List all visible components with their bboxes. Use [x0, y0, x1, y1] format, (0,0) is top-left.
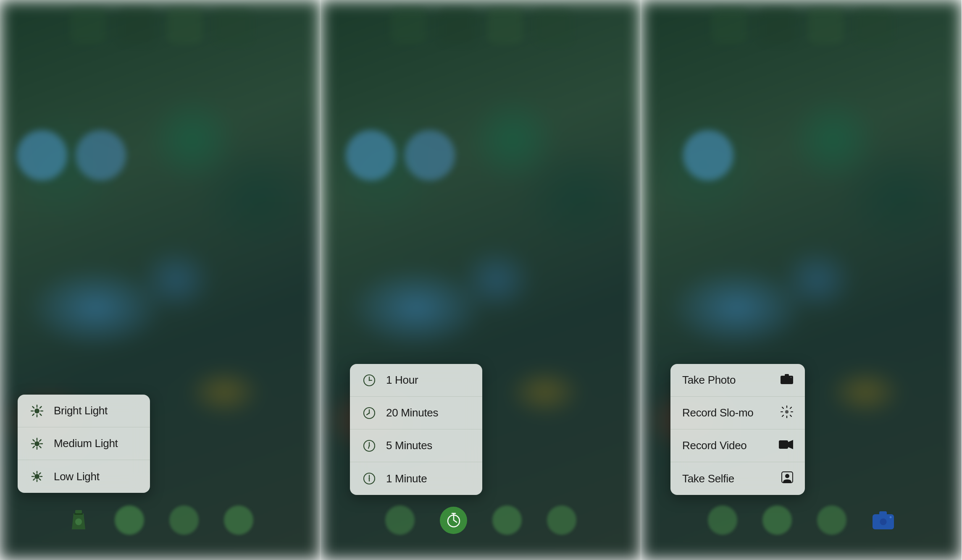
1-hour-item[interactable]: 1 Hour: [350, 364, 482, 397]
5-min-label: 5 Minutes: [386, 439, 432, 452]
svg-point-45: [369, 478, 370, 479]
svg-point-55: [791, 377, 792, 378]
bg-app-icon: [856, 8, 892, 44]
svg-point-65: [785, 410, 789, 413]
svg-rect-66: [779, 440, 788, 449]
svg-line-61: [782, 407, 783, 408]
svg-line-24: [39, 479, 41, 480]
record-video-label: Record Video: [682, 439, 746, 452]
dock-placeholder-1: [708, 505, 737, 535]
bg-app-icon: [167, 8, 202, 44]
low-light-label: Low Light: [54, 470, 100, 483]
panel3-blue-circle: [683, 130, 733, 181]
medium-light-icon: [29, 436, 45, 451]
record-video-item[interactable]: Record Video: [670, 429, 805, 462]
flashlight-dock-icon[interactable]: [68, 509, 89, 531]
record-slomo-item[interactable]: Record Slo-mo: [670, 397, 805, 429]
timer-dock-icon[interactable]: [440, 507, 467, 534]
timer-panel: 1 Hour 20 Minutes: [321, 0, 641, 560]
selfie-icon-right: [781, 471, 793, 486]
20-min-label: 20 Minutes: [386, 406, 438, 419]
panel1-dock: [0, 505, 321, 535]
bg-app-icon: [439, 8, 475, 44]
dock-placeholder-1: [385, 505, 415, 535]
bg-app-icon: [536, 8, 571, 44]
medium-light-label: Medium Light: [54, 437, 118, 450]
svg-point-53: [785, 378, 789, 382]
svg-point-72: [880, 518, 887, 525]
bg-app-icon: [391, 8, 426, 44]
1-min-icon: [362, 471, 377, 486]
svg-line-48: [454, 520, 457, 522]
bg-app-icon: [215, 8, 251, 44]
camera-dock-icon[interactable]: [872, 510, 895, 530]
svg-line-17: [33, 446, 35, 448]
record-slomo-label: Record Slo-mo: [682, 406, 754, 419]
svg-point-74: [890, 516, 892, 518]
panel2-blue-circles: [346, 130, 455, 181]
take-photo-item[interactable]: Take Photo: [670, 364, 805, 397]
take-photo-label: Take Photo: [682, 374, 736, 387]
bright-light-left: Bright Light: [29, 403, 108, 419]
20-min-icon: [362, 406, 377, 421]
record-video-left: Record Video: [682, 439, 746, 452]
bg-app-icons-top: [0, 8, 321, 44]
slomo-icon-right: [781, 406, 793, 421]
svg-line-7: [40, 406, 42, 408]
1-minute-item[interactable]: 1 Minute: [350, 462, 482, 495]
dock-placeholder-1: [115, 505, 144, 535]
1-hour-label: 1 Hour: [386, 374, 418, 387]
take-selfie-left: Take Selfie: [682, 472, 734, 485]
1-min-left: 1 Minute: [362, 471, 427, 486]
svg-line-26: [34, 479, 35, 480]
bright-light-icon: [29, 403, 45, 419]
dock-placeholder-3: [547, 505, 576, 535]
low-light-left: Low Light: [29, 469, 100, 484]
flashlight-panel: Bright Light: [0, 0, 321, 560]
bg-app-icon: [760, 8, 795, 44]
1-min-label: 1 Minute: [386, 472, 427, 485]
low-light-item[interactable]: Low Light: [18, 460, 150, 493]
svg-point-9: [34, 441, 39, 446]
1-hour-left: 1 Hour: [362, 373, 418, 388]
svg-point-18: [34, 474, 39, 479]
svg-line-62: [790, 415, 791, 416]
panel2-bg-icons: [321, 8, 641, 44]
dock-placeholder-3: [224, 505, 253, 535]
dock-placeholder-2: [762, 505, 792, 535]
low-light-icon: [29, 469, 45, 484]
medium-light-item[interactable]: Medium Light: [18, 427, 150, 460]
bright-light-item[interactable]: Bright Light: [18, 395, 150, 427]
panel3-dock: [641, 505, 962, 535]
5-min-left: 5 Minutes: [362, 438, 432, 453]
svg-line-8: [33, 414, 34, 416]
svg-line-25: [39, 473, 41, 474]
20-min-left: 20 Minutes: [362, 406, 438, 421]
svg-marker-67: [788, 440, 793, 449]
dock-placeholder-3: [817, 505, 846, 535]
svg-rect-73: [879, 511, 887, 515]
svg-rect-54: [785, 374, 789, 376]
take-selfie-item[interactable]: Take Selfie: [670, 462, 805, 495]
medium-light-left: Medium Light: [29, 436, 118, 451]
dock-placeholder-2: [492, 505, 522, 535]
take-photo-left: Take Photo: [682, 374, 736, 387]
svg-line-16: [39, 440, 41, 441]
record-slomo-left: Record Slo-mo: [682, 406, 754, 419]
bright-light-label: Bright Light: [54, 404, 108, 417]
bg-app-icon: [118, 8, 154, 44]
svg-rect-27: [75, 510, 82, 513]
bg-app-icon: [711, 8, 747, 44]
bg-app-icon: [70, 8, 106, 44]
5-minutes-item[interactable]: 5 Minutes: [350, 429, 482, 462]
timer-context-menu: 1 Hour 20 Minutes: [350, 364, 482, 495]
panel2-dock: [321, 505, 641, 535]
panel3-bg-icons: [641, 8, 962, 44]
svg-line-63: [790, 407, 791, 408]
blue-circles: [17, 130, 126, 181]
camera-context-menu: Take Photo Record Slo-mo: [670, 364, 805, 495]
bg-app-icon: [808, 8, 844, 44]
timer-green-circle: [440, 507, 467, 534]
20-minutes-item[interactable]: 20 Minutes: [350, 397, 482, 429]
camera-icon-right: [781, 374, 793, 387]
